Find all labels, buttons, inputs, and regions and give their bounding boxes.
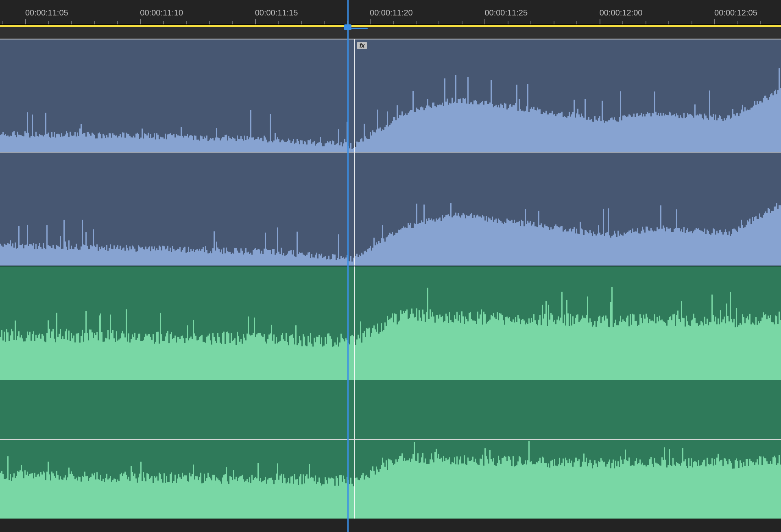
svg-rect-2195 <box>336 476 337 519</box>
svg-rect-1263 <box>760 217 761 266</box>
svg-rect-763 <box>150 251 151 266</box>
svg-rect-2274 <box>432 460 433 519</box>
svg-rect-509 <box>621 120 622 152</box>
svg-rect-420 <box>513 105 514 152</box>
svg-rect-1809 <box>646 314 647 380</box>
svg-rect-154 <box>188 137 189 152</box>
svg-rect-2177 <box>314 481 315 519</box>
svg-rect-198 <box>242 139 243 152</box>
svg-rect-435 <box>531 107 532 152</box>
clip-cut-line[interactable] <box>354 153 355 266</box>
svg-rect-612 <box>747 109 748 152</box>
svg-rect-20 <box>24 131 26 152</box>
playhead-handle[interactable] <box>344 24 351 30</box>
svg-rect-302 <box>369 139 370 152</box>
svg-rect-1996 <box>93 475 94 519</box>
svg-rect-376 <box>459 99 460 152</box>
svg-rect-461 <box>563 117 564 152</box>
svg-rect-248 <box>303 144 304 152</box>
svg-rect-2338 <box>510 460 511 519</box>
svg-rect-2082 <box>198 480 199 519</box>
audio-track-blue-right[interactable]: R <box>0 152 781 266</box>
svg-rect-2416 <box>605 467 606 519</box>
audio-track-green-mid[interactable] <box>0 380 781 439</box>
svg-rect-1552 <box>332 347 333 380</box>
svg-rect-578 <box>705 116 707 152</box>
svg-rect-1519 <box>292 334 293 380</box>
svg-rect-1329 <box>60 329 61 380</box>
svg-rect-1381 <box>123 334 124 380</box>
svg-rect-503 <box>614 117 615 152</box>
svg-rect-549 <box>670 113 671 152</box>
svg-rect-906 <box>325 256 326 266</box>
svg-rect-1067 <box>521 220 522 266</box>
svg-rect-776 <box>166 249 167 266</box>
svg-rect-1488 <box>254 318 255 380</box>
svg-rect-1033 <box>480 216 481 266</box>
audio-track-green-top[interactable] <box>0 266 781 380</box>
audio-track-blue-left[interactable]: fx L <box>0 39 781 152</box>
svg-rect-1708 <box>522 319 524 380</box>
svg-rect-1396 <box>142 341 143 380</box>
svg-rect-598 <box>730 119 731 152</box>
svg-rect-1407 <box>155 342 156 380</box>
svg-rect-1604 <box>395 314 397 380</box>
svg-rect-1234 <box>725 229 726 266</box>
svg-rect-1877 <box>729 321 730 380</box>
svg-rect-960 <box>390 234 392 266</box>
svg-rect-389 <box>475 100 476 152</box>
svg-rect-2531 <box>746 459 747 519</box>
svg-rect-1539 <box>316 337 317 380</box>
clip-cut-line[interactable] <box>354 440 355 519</box>
svg-rect-2109 <box>231 477 232 519</box>
work-area-bar[interactable] <box>0 25 781 39</box>
svg-rect-1361 <box>99 315 100 380</box>
svg-rect-805 <box>201 249 203 266</box>
svg-rect-1863 <box>711 294 713 380</box>
svg-rect-2132 <box>259 481 260 519</box>
svg-rect-1649 <box>450 320 452 380</box>
svg-rect-2437 <box>631 466 632 519</box>
svg-rect-502 <box>613 120 614 152</box>
svg-rect-1580 <box>366 328 367 380</box>
svg-rect-2087 <box>204 474 205 519</box>
clip-cut-line[interactable] <box>354 380 355 439</box>
svg-rect-580 <box>708 120 709 152</box>
svg-rect-209 <box>255 139 256 152</box>
svg-rect-2376 <box>556 466 558 519</box>
svg-rect-42 <box>51 132 52 152</box>
timeline-ruler[interactable]: 00:00:11:0500:00:11:1000:00:11:1500:00:1… <box>0 0 781 25</box>
svg-rect-748 <box>132 246 133 266</box>
svg-rect-615 <box>750 108 752 152</box>
svg-rect-934 <box>359 255 360 266</box>
svg-rect-1594 <box>383 330 384 380</box>
svg-rect-1402 <box>149 334 150 380</box>
playhead[interactable] <box>347 0 349 532</box>
svg-rect-1304 <box>29 332 31 380</box>
svg-rect-404 <box>493 107 494 152</box>
svg-rect-2116 <box>239 477 240 519</box>
svg-rect-2308 <box>473 462 475 519</box>
svg-rect-306 <box>373 132 375 152</box>
svg-rect-2071 <box>184 475 185 519</box>
work-area-yellow-strip[interactable] <box>0 25 781 27</box>
svg-rect-923 <box>345 257 347 266</box>
svg-rect-179 <box>218 138 220 152</box>
svg-rect-1905 <box>763 312 764 380</box>
svg-rect-1595 <box>384 323 386 380</box>
svg-rect-607 <box>741 109 742 152</box>
svg-rect-2343 <box>516 465 517 519</box>
svg-rect-281 <box>343 144 344 152</box>
svg-rect-2552 <box>771 464 772 519</box>
clip-cut-line[interactable] <box>354 39 355 152</box>
audio-track-green-bottom[interactable] <box>0 439 781 519</box>
svg-rect-372 <box>454 102 455 152</box>
svg-rect-2289 <box>450 464 452 519</box>
svg-rect-1452 <box>210 340 211 380</box>
clip-cut-line[interactable] <box>354 266 355 380</box>
svg-rect-1276 <box>776 203 777 266</box>
svg-rect-999 <box>438 219 439 266</box>
svg-rect-1443 <box>199 337 200 380</box>
svg-rect-1966 <box>56 471 57 519</box>
svg-rect-323 <box>394 117 395 152</box>
